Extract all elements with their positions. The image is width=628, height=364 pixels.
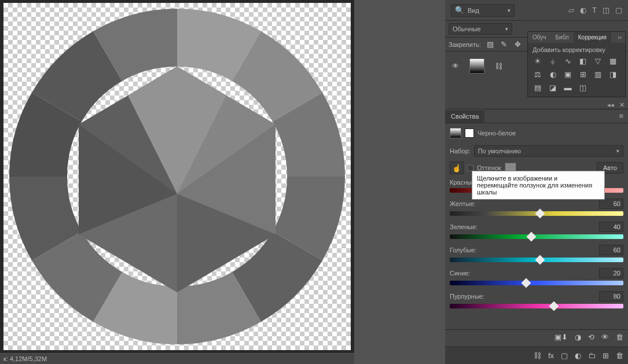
slider-handle[interactable]: [549, 302, 559, 311]
filter-smart-icon[interactable]: ▢: [615, 6, 622, 14]
invert-icon[interactable]: ◨: [608, 70, 618, 79]
bw-adjustment-icon: [450, 128, 461, 138]
levels-icon[interactable]: ⏚: [548, 57, 558, 65]
new-group-icon[interactable]: 🗀: [588, 351, 596, 360]
targeted-adjust-button[interactable]: ☝: [450, 161, 464, 174]
status-bar: к: 4,12M/5,32M: [0, 354, 354, 364]
link-layers-icon[interactable]: ⛓: [534, 351, 541, 360]
tab-learn[interactable]: Обуч: [528, 32, 551, 43]
chevron-down-icon: ▾: [505, 26, 508, 32]
toggle-visibility-icon[interactable]: 👁: [601, 333, 609, 341]
yellows-value[interactable]: 60: [599, 198, 623, 209]
canvas-area: [0, 0, 354, 353]
layers-options-row: 🔍 Вид ▾ ▱ ◐ T ◫ ▢: [445, 0, 628, 21]
filter-adjust-icon[interactable]: ◐: [580, 6, 586, 14]
new-adjustment-icon[interactable]: ◐: [575, 351, 581, 360]
greens-label: Зеленые:: [450, 223, 478, 230]
cyans-value[interactable]: 60: [599, 245, 623, 255]
yellows-slider[interactable]: [450, 211, 623, 216]
status-text: к: 4,12M/5,32M: [3, 355, 47, 362]
lock-label: Закрепить:: [449, 41, 481, 48]
preset-dropdown[interactable]: По умолчанию ▾: [474, 145, 623, 157]
adjustments-panel: Обуч Библ Коррекция ›› Добавить корректи…: [527, 31, 626, 97]
reds-label: Красны: [450, 179, 472, 186]
preset-value: По умолчанию: [478, 148, 521, 155]
color-balance-icon[interactable]: ⚖: [532, 70, 543, 79]
vibrance-icon[interactable]: ▽: [593, 57, 603, 65]
delete-adjustment-icon[interactable]: 🗑: [616, 333, 623, 341]
tint-checkbox[interactable]: [467, 165, 473, 171]
exposure-icon[interactable]: ◧: [578, 57, 588, 65]
tab-library[interactable]: Библ: [551, 32, 574, 43]
link-mask-icon[interactable]: ⛓: [495, 62, 502, 71]
lock-pixels-icon[interactable]: ▨: [486, 40, 495, 49]
blend-mode-dropdown[interactable]: Обычные ▾: [449, 23, 512, 35]
yellows-label: Желтые:: [450, 200, 475, 207]
clip-to-layer-icon[interactable]: ▣⬇: [554, 333, 568, 341]
filter-shape-icon[interactable]: ◫: [603, 6, 609, 14]
slider-handle[interactable]: [527, 232, 537, 242]
right-panels: 🔍 Вид ▾ ▱ ◐ T ◫ ▢ Обычные ▾ Закрепить: ▨…: [445, 0, 628, 364]
adjustment-type-label: Черно-белое: [478, 130, 516, 137]
document-canvas[interactable]: [3, 3, 351, 350]
new-layer-icon[interactable]: ⊞: [603, 351, 609, 360]
blues-value[interactable]: 20: [599, 268, 623, 278]
blend-mode-label: Обычные: [453, 25, 481, 32]
lookup-icon[interactable]: ▥: [593, 70, 603, 79]
view-previous-icon[interactable]: ◑: [575, 333, 581, 341]
greens-value[interactable]: 40: [599, 222, 623, 232]
selective-color-icon[interactable]: ◫: [578, 83, 588, 92]
layer-filter-dropdown[interactable]: 🔍 Вид ▾: [451, 4, 515, 17]
filter-type-icon[interactable]: T: [592, 6, 597, 14]
adjustment-thumb[interactable]: [469, 58, 484, 73]
hue-sat-icon[interactable]: ▦: [608, 57, 618, 65]
slider-handle[interactable]: [535, 255, 545, 265]
gradient-map-icon[interactable]: ▬: [563, 83, 573, 92]
properties-panel: ◂◂ ✕ Свойства ≡ Черно-белое Набор: По ум…: [445, 109, 628, 364]
tooltip: Щелкните в изображении и перемещайте пол…: [472, 171, 605, 200]
expand-tabs-button[interactable]: ››: [614, 32, 625, 42]
layer-fx-icon[interactable]: fx: [548, 351, 554, 360]
chevron-down-icon: ▾: [616, 148, 619, 154]
visibility-eye-icon[interactable]: 👁: [452, 62, 459, 70]
threshold-icon[interactable]: ◪: [548, 83, 558, 92]
slider-handle[interactable]: [535, 209, 545, 219]
add-mask-icon[interactable]: ▢: [561, 351, 568, 360]
chevron-down-icon: ▾: [508, 8, 511, 13]
layer-mask-icon[interactable]: [465, 128, 474, 138]
layer-filter-label: Вид: [468, 7, 479, 14]
cyans-label: Голубые:: [450, 247, 477, 253]
tab-properties[interactable]: Свойства: [445, 109, 484, 123]
slider-handle[interactable]: [522, 278, 531, 288]
delete-layer-icon[interactable]: 🗑: [616, 351, 623, 360]
magentas-label: Пурпурные:: [450, 293, 484, 300]
lock-move-icon[interactable]: ✥: [513, 40, 523, 49]
hand-icon: ☝: [452, 164, 461, 172]
blues-slider[interactable]: [450, 281, 623, 285]
magentas-value[interactable]: 80: [599, 291, 623, 302]
curves-icon[interactable]: ∿: [563, 57, 573, 65]
bw-icon[interactable]: ◐: [548, 70, 558, 79]
cyans-slider[interactable]: [450, 258, 623, 262]
greens-slider[interactable]: [450, 234, 623, 239]
panel-menu-icon[interactable]: ≡: [614, 109, 628, 123]
blues-label: Синие:: [450, 270, 470, 277]
brightness-contrast-icon[interactable]: ☀: [532, 57, 543, 65]
channel-mixer-icon[interactable]: ⊞: [578, 70, 588, 79]
tab-correction[interactable]: Коррекция: [574, 32, 611, 43]
magentas-slider[interactable]: [450, 304, 623, 308]
preset-label: Набор:: [450, 148, 471, 155]
posterize-icon[interactable]: ▤: [532, 83, 543, 92]
reset-icon[interactable]: ⟲: [588, 333, 594, 341]
adjustments-title: Добавить корректировку: [528, 43, 625, 54]
search-icon: 🔍: [455, 6, 464, 14]
lock-brush-icon[interactable]: ✎: [500, 40, 509, 49]
filter-image-icon[interactable]: ▱: [568, 6, 574, 14]
photo-filter-icon[interactable]: ▣: [563, 70, 573, 79]
